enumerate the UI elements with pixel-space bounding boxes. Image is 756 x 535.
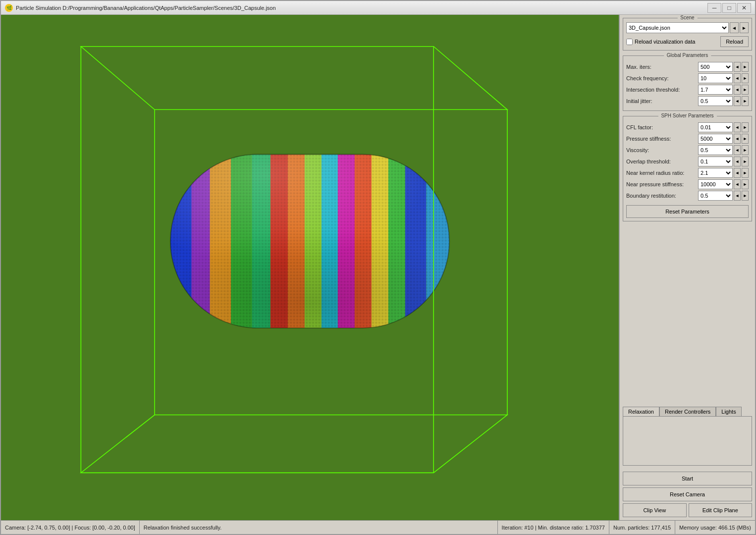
param-select-near-kernel[interactable]: 2.1	[698, 168, 733, 178]
reload-checkbox-row: Reload vizualization data	[626, 39, 695, 45]
param-next-cfl[interactable]: ►	[742, 122, 749, 132]
close-button[interactable]: ✕	[737, 3, 751, 13]
main-content: Scene 3D_Capsule.json ◄ ► Reload vi	[1, 15, 755, 520]
param-next-near-kernel[interactable]: ►	[742, 168, 749, 178]
param-prev-jitter[interactable]: ◄	[734, 96, 741, 106]
param-next-viscosity[interactable]: ►	[742, 145, 749, 155]
reload-button[interactable]: Reload	[720, 36, 749, 47]
maximize-icon: □	[727, 4, 731, 11]
reset-camera-button[interactable]: Reset Camera	[623, 487, 752, 501]
scene-dropdown[interactable]: 3D_Capsule.json	[626, 22, 729, 33]
svg-rect-39	[388, 155, 406, 328]
svg-rect-21	[405, 155, 426, 328]
param-next-check-freq[interactable]: ►	[742, 73, 749, 83]
param-next-overlap[interactable]: ►	[742, 157, 749, 166]
param-next-intersection[interactable]: ►	[742, 85, 749, 95]
param-prev-viscosity[interactable]: ◄	[734, 145, 741, 155]
param-select-intersection[interactable]: 1.7	[698, 85, 733, 95]
clip-buttons-row: Clip View Edit Clip Plane	[623, 503, 752, 517]
reset-params-button[interactable]: Reset Parameters	[626, 205, 749, 218]
svg-rect-27	[168, 155, 210, 328]
param-select-pressure[interactable]: 5000	[698, 134, 733, 144]
svg-point-6	[170, 155, 449, 328]
param-select-viscosity[interactable]: 0.5	[698, 145, 733, 155]
reload-checkbox[interactable]	[626, 39, 633, 45]
param-select-check-freq[interactable]: 10	[698, 73, 733, 83]
param-prev-near-pressure[interactable]: ◄	[734, 179, 741, 189]
tabs-container: Relaxation Render Controllers Lights	[623, 407, 752, 416]
svg-marker-47	[81, 415, 507, 473]
memory-text: Memory usage: 466.15 (MBs)	[679, 525, 751, 531]
viewport[interactable]	[1, 15, 619, 520]
svg-rect-14	[275, 155, 294, 328]
title-bar: 🌿 Particle Simulation D:/Programming/Ban…	[1, 1, 755, 15]
app-icon: 🌿	[5, 4, 13, 12]
param-row-intersection: Intersection threshold: 1.7 ◄ ►	[626, 85, 749, 95]
param-control-cfl: 0.01 ◄ ►	[698, 122, 749, 132]
svg-rect-40	[405, 155, 427, 328]
start-button[interactable]: Start	[623, 472, 752, 485]
param-prev-overlap[interactable]: ◄	[734, 157, 741, 166]
tab-lights[interactable]: Lights	[716, 407, 741, 416]
svg-rect-24	[34, 15, 587, 520]
svg-rect-9	[168, 155, 192, 328]
message-text: Relaxation finished successfully.	[144, 525, 222, 531]
svg-rect-28	[191, 155, 217, 328]
particles-text: Num. particles: 177,415	[613, 525, 671, 531]
param-prev-near-kernel[interactable]: ◄	[734, 168, 741, 178]
param-label-cfl: CFL factor:	[626, 124, 698, 130]
param-label-overlap: Overlap threshold:	[626, 159, 698, 164]
param-row-near-pressure: Near pressure stiffness: 10000 ◄ ►	[626, 179, 749, 189]
tab-render-controllers[interactable]: Render Controllers	[659, 407, 716, 416]
param-control-boundary: 0.5 ◄ ►	[698, 191, 749, 201]
param-next-near-pressure[interactable]: ►	[742, 179, 749, 189]
param-prev-boundary[interactable]: ◄	[734, 191, 741, 201]
scene-prev-button[interactable]: ◄	[730, 22, 739, 33]
param-label-pressure: Pressure stiffness:	[626, 136, 698, 142]
param-prev-max-iters[interactable]: ◄	[734, 62, 741, 72]
minimize-icon: ─	[712, 4, 717, 11]
param-select-overlap[interactable]: 0.1	[698, 157, 733, 166]
tabs-area: Relaxation Render Controllers Lights	[620, 403, 755, 469]
scene-next-button[interactable]: ►	[740, 22, 749, 33]
status-message: Relaxation finished successfully.	[140, 521, 498, 534]
param-next-jitter[interactable]: ►	[742, 96, 749, 106]
param-prev-cfl[interactable]: ◄	[734, 122, 741, 132]
edit-clip-plane-button[interactable]: Edit Clip Plane	[689, 503, 753, 517]
maximize-button[interactable]: □	[722, 3, 736, 13]
param-select-cfl[interactable]: 0.01	[698, 122, 733, 132]
minimize-button[interactable]: ─	[707, 3, 721, 13]
svg-rect-26	[170, 155, 449, 328]
param-next-max-iters[interactable]: ►	[742, 62, 749, 72]
param-control-check-freq: 10 ◄ ►	[698, 73, 749, 83]
param-prev-intersection[interactable]: ◄	[734, 85, 741, 95]
spacer	[620, 221, 755, 403]
svg-rect-19	[368, 155, 386, 328]
param-control-pressure: 5000 ◄ ►	[698, 134, 749, 144]
svg-rect-30	[231, 155, 253, 328]
param-select-jitter[interactable]: 0.5	[698, 96, 733, 106]
param-control-near-kernel: 2.1 ◄ ►	[698, 168, 749, 178]
svg-rect-31	[252, 155, 272, 328]
param-control-near-pressure: 10000 ◄ ►	[698, 179, 749, 189]
param-prev-check-freq[interactable]: ◄	[734, 73, 741, 83]
param-select-boundary[interactable]: 0.5	[698, 191, 733, 201]
svg-marker-0	[81, 47, 507, 110]
param-select-near-pressure[interactable]: 10000	[698, 179, 733, 189]
reload-checkbox-label: Reload vizualization data	[635, 39, 695, 45]
param-select-max-iters[interactable]: 500	[698, 62, 733, 72]
param-label-near-kernel: Near kernel radius ratio:	[626, 170, 698, 176]
sph-params-title: SPH Solver Parameters	[658, 113, 716, 118]
svg-rect-20	[386, 155, 405, 328]
param-next-pressure[interactable]: ►	[742, 134, 749, 144]
param-next-boundary[interactable]: ►	[742, 191, 749, 201]
right-panel: Scene 3D_Capsule.json ◄ ► Reload vi	[619, 15, 755, 520]
clip-view-button[interactable]: Clip View	[623, 503, 687, 517]
param-label-near-pressure: Near pressure stiffness:	[626, 181, 698, 187]
param-control-max-iters: 500 ◄ ►	[698, 62, 749, 72]
param-prev-pressure[interactable]: ◄	[734, 134, 741, 144]
param-label-jitter: Initial jitter:	[626, 98, 698, 104]
status-memory: Memory usage: 466.15 (MBs)	[675, 521, 755, 534]
tab-relaxation[interactable]: Relaxation	[623, 407, 659, 416]
svg-point-44	[181, 215, 444, 341]
